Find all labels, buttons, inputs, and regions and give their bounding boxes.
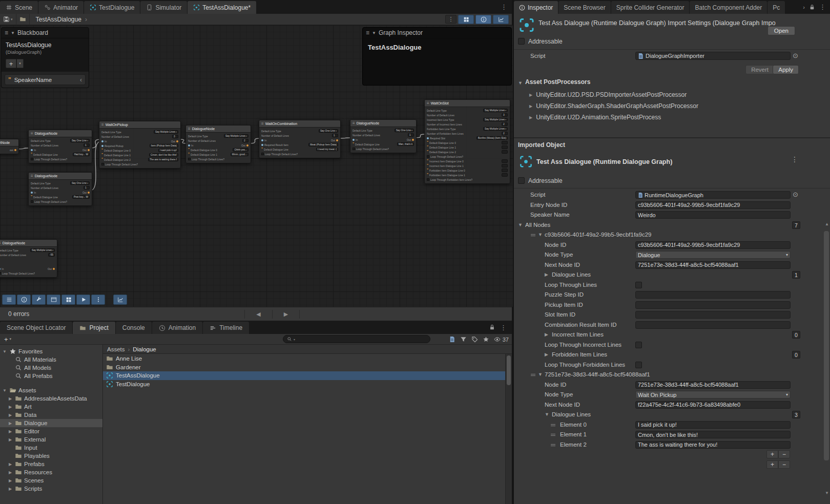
pickup-item-id-field[interactable]	[635, 301, 791, 309]
drag-handle[interactable]	[531, 374, 535, 376]
foldout-arrow[interactable]: ▶	[545, 352, 548, 357]
speaker-name-field[interactable]: Weirdo	[635, 211, 791, 219]
inspector-tab-pc[interactable]: Pc	[767, 1, 785, 14]
bottom-tab-project[interactable]: Project	[73, 322, 115, 334]
foldout-arrow[interactable]: ▶	[8, 413, 13, 417]
node-checkbox[interactable]	[352, 148, 355, 150]
node-object-field[interactable]: Bonfire (Mesa) (Item Slot)	[476, 136, 508, 140]
breadcrumb-assets[interactable]: Assets	[107, 346, 125, 352]
node-line-field[interactable]	[502, 169, 508, 172]
node-checkbox[interactable]	[427, 155, 429, 158]
dotsv-toggle-button[interactable]	[91, 295, 105, 305]
tree-folder-playables[interactable]: Playables	[0, 452, 102, 460]
node-title-bar[interactable]: ≡WaitOnPickup	[99, 121, 180, 129]
project-search-input[interactable]: ▾	[283, 335, 430, 343]
puzzle-step-id-field[interactable]	[635, 291, 791, 299]
foldout-arrow[interactable]: ▼	[545, 412, 549, 417]
collapse-arrow-icon[interactable]: ▼	[11, 31, 15, 35]
editor-tab-animator[interactable]: Animator	[38, 1, 84, 14]
assets-root[interactable]: ▼Assets	[0, 386, 102, 394]
collapse-arrow-icon[interactable]: ▼	[372, 31, 376, 35]
favorite-item-all-materials[interactable]: All Materials	[0, 355, 102, 364]
array-size-field[interactable]: 7	[792, 221, 800, 229]
foldout-arrow[interactable]: ▼	[538, 232, 543, 237]
editor-tab-scene[interactable]: Scene	[0, 1, 38, 14]
node-checkbox[interactable]	[31, 200, 33, 203]
foldout-arrow[interactable]: ▶	[8, 478, 13, 483]
element-2-field[interactable]: The ass is waiting there for you!	[635, 441, 791, 449]
node-value-field[interactable]: 2	[502, 132, 508, 135]
node-title-bar[interactable]: ≡DialogueNode	[0, 240, 57, 247]
graph-inspector-header[interactable]: ≡ ▼ Graph Inspector	[363, 28, 511, 38]
lock-icon[interactable]	[810, 4, 815, 10]
project-scrollbar[interactable]	[505, 354, 512, 504]
postprocessor-item[interactable]: ▶UnityEditor.U2D.Animation.SpritePostPro…	[514, 112, 830, 123]
graph-node-dialoguenode[interactable]: ≡DialogueNodeDefault Line TypeSay Multip…	[185, 125, 251, 163]
node-line-field[interactable]: Man, that's it	[397, 142, 414, 146]
node-line-field[interactable]: I said pick it up!	[158, 149, 178, 152]
node-checkbox[interactable]	[101, 163, 104, 165]
editor-tab-testassdialogue[interactable]: TestAssDialogue*	[188, 1, 257, 14]
drag-handle[interactable]	[551, 434, 555, 436]
node-title-bar[interactable]: ≡StartNode	[0, 139, 18, 146]
foldout-arrow[interactable]: ▶	[8, 462, 13, 467]
node-line-field[interactable]: Psst boy... W	[72, 195, 90, 199]
foldout-arrow[interactable]: ▼	[2, 349, 7, 354]
graph-inspector-panel[interactable]: ≡ ▼ Graph Inspector TestAssDialogue	[362, 27, 512, 86]
open-button[interactable]: Open	[767, 26, 795, 35]
create-asset-button[interactable]: + ▾	[0, 335, 15, 343]
show-in-project-button[interactable]	[16, 14, 30, 25]
list-toggle-button[interactable]	[2, 295, 16, 305]
tab-scroll-right-icon[interactable]: ›	[803, 4, 805, 10]
node-object-field[interactable]: Item (Pickup Item Data)	[150, 144, 178, 148]
panel-menu-icon[interactable]: ⋮	[500, 324, 507, 331]
foldout-arrow[interactable]: ▶	[545, 272, 548, 277]
node-title-bar[interactable]: ≡WaitOnCombination	[259, 120, 340, 128]
loop-through-lines-checkbox[interactable]	[635, 282, 642, 288]
node-checkbox[interactable]	[31, 158, 33, 160]
entry-node-id-field[interactable]: c93b5606-401f-49a2-99b5-9ecbf1fa9c29	[635, 201, 791, 209]
node-line-field[interactable]	[502, 141, 508, 144]
blackboard-header[interactable]: ≡ ▼ Blackboard	[2, 28, 89, 38]
slot-item-id-field[interactable]	[635, 311, 791, 319]
foldout-arrow[interactable]: ▶	[8, 487, 13, 491]
input-port[interactable]	[101, 140, 103, 142]
save-asset-button[interactable]: ▾	[0, 14, 16, 25]
tree-folder-editor[interactable]: ▶Editor	[0, 427, 102, 435]
bottom-tab-animation[interactable]: Animation	[152, 322, 203, 334]
node-title-bar[interactable]: ≡DialogueNode	[186, 125, 251, 133]
addressable-checkbox[interactable]	[518, 177, 525, 184]
node-dropdown[interactable]: Say Multiple Lines▾	[483, 127, 508, 131]
scroll-up-icon[interactable]: ▲	[825, 222, 829, 226]
node-line-field[interactable]: The ass is waiting there f	[148, 158, 178, 161]
node-checkbox[interactable]	[427, 178, 429, 181]
revert-button[interactable]: Revert	[745, 65, 774, 74]
graph-options-menu[interactable]: ⋮	[445, 15, 457, 24]
project-item-testdialogue[interactable]: TestDialogue	[103, 380, 505, 389]
project-item-anne-lise[interactable]: Anne Lise	[103, 354, 505, 363]
next-node-id-field[interactable]: 7251e73e-38d3-44ff-a8c5-bcf54088aaf1	[635, 261, 791, 269]
filter-type-icon[interactable]	[460, 336, 467, 343]
input-port[interactable]	[261, 144, 263, 146]
graph-node-dialoguenode[interactable]: ≡DialogueNodeDefault Line TypeSay One Li…	[28, 130, 92, 163]
node-line-field[interactable]	[502, 150, 508, 154]
node-value-field[interactable]: -55	[48, 253, 55, 257]
previous-error-button[interactable]: ◀	[250, 311, 266, 318]
blackboard-property-row[interactable]: " SpeakerName ‹	[2, 72, 89, 88]
breadcrumb[interactable]: TestAssDialogue ›	[30, 16, 93, 23]
tree-folder-external[interactable]: ▶External	[0, 435, 102, 444]
node-value-field[interactable]: 1	[332, 134, 338, 137]
foldout-arrow[interactable]: ▶	[529, 115, 532, 120]
scrollbar-thumb[interactable]	[824, 231, 829, 460]
bottom-tab-console[interactable]: Console	[116, 322, 152, 334]
node-value-field[interactable]: 3	[172, 135, 178, 138]
add-property-button[interactable]: +	[6, 59, 16, 68]
array-size-field[interactable]: 3	[792, 411, 800, 418]
tree-folder-scripts[interactable]: ▶Scripts	[0, 485, 102, 493]
script-field[interactable]: RuntimeDialogueGraph	[635, 191, 791, 199]
inspector-tab-inspector[interactable]: Inspector	[514, 1, 558, 14]
hidden-items-toggle[interactable]: 37	[494, 336, 509, 343]
node-value-field[interactable]: 1	[84, 186, 90, 190]
node-line-field[interactable]: Ohhh yes...	[233, 148, 248, 152]
node-checkbox[interactable]	[261, 153, 264, 155]
